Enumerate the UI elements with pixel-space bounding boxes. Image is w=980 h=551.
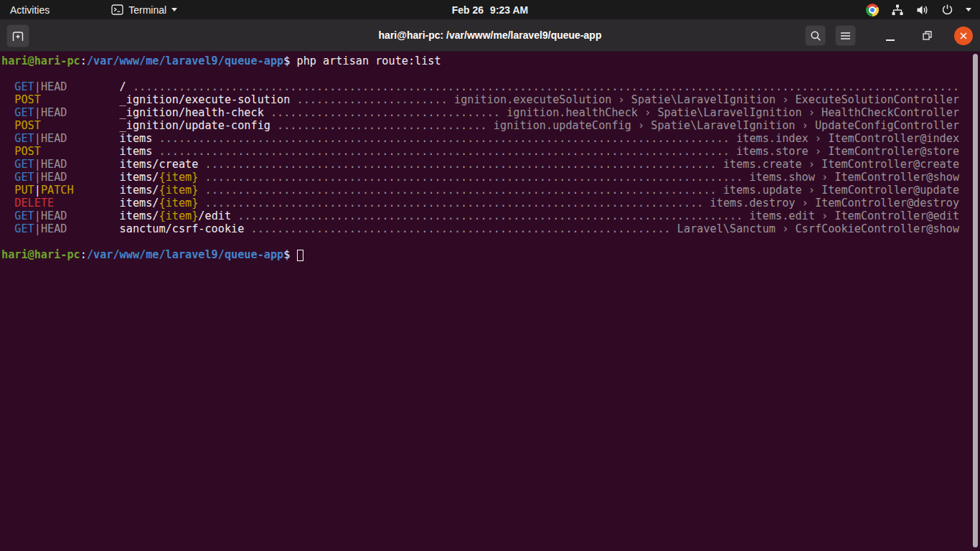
clock-date: Feb 26 [452,4,484,16]
restore-window-icon [923,31,932,40]
close-button[interactable] [954,27,973,45]
maximize-button[interactable] [918,27,936,45]
hamburger-menu-icon [840,32,851,40]
route-line: POST items .............................… [1,145,980,158]
menu-button[interactable] [835,25,856,46]
minimize-icon [886,39,895,41]
titlebar-controls [805,19,973,52]
blank-line [1,235,980,248]
system-status-area[interactable] [866,0,980,19]
gnome-top-bar: Activities Terminal Feb 26 9:23 AM [0,0,980,19]
volume-icon [916,4,929,16]
new-tab-button[interactable] [6,24,29,47]
search-button[interactable] [805,25,826,46]
route-line: GET|HEAD / .............................… [1,80,980,93]
route-line: POST _ignition/update-config ...........… [1,119,980,132]
shell-prompt-line: hari@hari-pc:/var/www/me/laravel9/queue-… [1,55,980,67]
app-indicator-terminal[interactable]: Terminal [104,0,184,19]
route-line: GET|HEAD items/{item} ..................… [1,171,980,184]
activities-label: Activities [10,4,50,16]
app-indicator-label: Terminal [128,4,166,16]
shell-prompt-line: hari@hari-pc:/var/www/me/laravel9/queue-… [1,248,980,261]
search-icon [810,30,821,42]
blank-line [1,67,980,80]
power-icon [941,4,953,16]
route-line: PUT|PATCH items/{item} .................… [1,184,980,197]
chevron-down-icon [171,8,177,11]
route-line: POST _ignition/execute-solution ........… [1,93,980,106]
route-line: GET|HEAD _ignition/health-check ........… [1,106,980,119]
route-line: DELETE items/{item} ....................… [1,197,980,209]
terminal-scrollbar [971,52,980,551]
clock-time: 9:23 AM [490,4,528,16]
close-icon [959,32,968,40]
route-line: GET|HEAD items .........................… [1,132,980,145]
route-line: GET|HEAD sanctum/csrf-cookie ...........… [1,222,980,235]
terminal-screen[interactable]: hari@hari-pc:/var/www/me/laravel9/queue-… [0,52,980,551]
new-tab-icon [11,31,25,42]
terminal-scrollbar-thumb[interactable] [973,54,978,547]
wired-network-icon [891,4,904,16]
chrome-icon [866,4,879,17]
system-menu-chevron-icon [966,8,971,11]
terminal-app-icon [111,4,123,15]
terminal-cursor [297,250,303,261]
route-line: GET|HEAD items/{item}/edit .............… [1,209,980,222]
terminal-titlebar: hari@hari-pc: /var/www/me/laravel9/queue… [0,19,980,52]
route-line: GET|HEAD items/create ..................… [1,158,980,171]
activities-button[interactable]: Activities [0,0,60,19]
minimize-button[interactable] [881,27,900,45]
